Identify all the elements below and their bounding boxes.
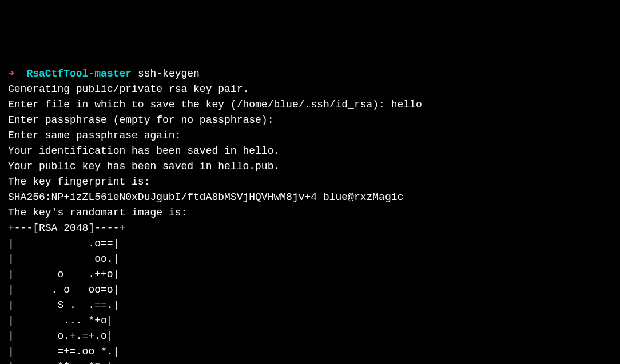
prompt-directory: RsaCtfTool-master <box>26 68 132 79</box>
randomart-line: | S . .==.| <box>8 298 612 313</box>
output-line: The key's randomart image is: <box>8 205 612 221</box>
command-text: ssh-keygen <box>138 68 200 79</box>
prompt-line[interactable]: ➜ RsaCtfTool-master ssh-keygen <box>8 66 612 82</box>
randomart-line: | oo.| <box>8 251 612 267</box>
output-line: Enter file in which to save the key (/ho… <box>8 97 612 113</box>
output-line: The key fingerprint is: <box>8 174 612 190</box>
output-line: Generating public/private rsa key pair. <box>8 82 612 97</box>
randomart-line: | o.+.=+.o| <box>8 329 612 344</box>
output-line: SHA256:NP+izZL561eN0xDuJgubI/ftdA8bMSVjH… <box>8 190 612 205</box>
output-line: Your identification has been saved in he… <box>8 143 612 159</box>
terminal-output: ➜ RsaCtfTool-master ssh-keygenGenerating… <box>8 66 612 364</box>
randomart-line: | . o oo=o| <box>8 282 612 298</box>
randomart-line: +---[RSA 2048]----+ <box>8 221 612 236</box>
output-line: Your public key has been saved in hello.… <box>8 159 612 174</box>
output-line: Enter same passphrase again: <box>8 128 612 143</box>
output-line: Enter passphrase (empty for no passphras… <box>8 113 612 128</box>
randomart-line: | o .++o| <box>8 267 612 282</box>
randomart-line: | ... *+o| <box>8 313 612 329</box>
randomart-line: | .**=..*E.| <box>8 359 612 364</box>
randomart-line: | .o==| <box>8 236 612 251</box>
randomart-line: | =+=.oo *.| <box>8 344 612 359</box>
prompt-arrow-icon: ➜ <box>8 68 14 79</box>
